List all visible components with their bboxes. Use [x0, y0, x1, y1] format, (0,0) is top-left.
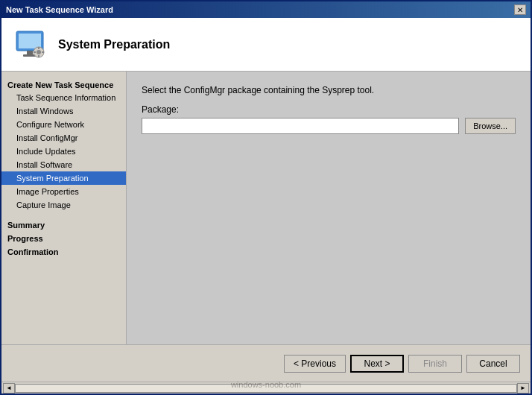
previous-button[interactable]: < Previous	[284, 355, 346, 373]
finish-button[interactable]: Finish	[408, 355, 462, 373]
package-field-row: Browse...	[142, 118, 516, 134]
cancel-button[interactable]: Cancel	[466, 355, 520, 373]
svg-rect-2	[27, 51, 33, 54]
nav-item-install-software[interactable]: Install Software	[1, 158, 126, 171]
package-input[interactable]	[142, 118, 459, 134]
nav-item-system-preparation[interactable]: System Preparation	[1, 171, 126, 185]
header-icon	[12, 27, 48, 63]
main-body: Create New Task Sequence Task Sequence I…	[1, 72, 531, 344]
nav-item-confirmation[interactable]: Confirmation	[1, 244, 126, 258]
window-title: New Task Sequence Wizard	[6, 5, 113, 14]
nav-item-include-updates[interactable]: Include Updates	[1, 145, 126, 158]
header-banner: System Preparation	[1, 18, 531, 72]
nav-item-install-windows[interactable]: Install Windows	[1, 104, 126, 118]
footer: < Previous Next > Finish Cancel	[1, 344, 531, 382]
bottom-scrollbar: ◄ ►	[1, 382, 531, 394]
content-area: Select the ConfigMgr package containing …	[127, 72, 531, 344]
svg-rect-1	[19, 34, 41, 48]
left-nav: Create New Task Sequence Task Sequence I…	[1, 72, 127, 344]
scroll-track[interactable]	[15, 384, 517, 393]
close-button[interactable]: ✕	[514, 4, 526, 15]
nav-item-install-configmgr[interactable]: Install ConfigMgr	[1, 131, 126, 145]
nav-item-image-properties[interactable]: Image Properties	[1, 185, 126, 198]
svg-point-5	[37, 50, 41, 54]
next-button[interactable]: Next >	[350, 355, 404, 373]
content-description: Select the ConfigMgr package containing …	[142, 85, 516, 95]
nav-item-capture-image[interactable]: Capture Image	[1, 198, 126, 212]
svg-rect-8	[34, 51, 36, 53]
nav-section-label: Create New Task Sequence	[1, 78, 126, 91]
nav-item-progress[interactable]: Progress	[1, 231, 126, 244]
svg-rect-7	[38, 55, 39, 57]
title-bar: New Task Sequence Wizard ✕	[1, 1, 531, 18]
svg-rect-9	[42, 51, 44, 53]
nav-item-configure-network[interactable]: Configure Network	[1, 118, 126, 131]
scroll-left-arrow[interactable]: ◄	[3, 383, 15, 394]
scroll-right-arrow[interactable]: ►	[517, 383, 529, 394]
nav-item-task-sequence-information[interactable]: Task Sequence Information	[1, 91, 126, 104]
nav-item-summary[interactable]: Summary	[1, 218, 126, 231]
computer-setup-icon	[12, 27, 48, 63]
browse-button[interactable]: Browse...	[465, 118, 516, 134]
wizard-window: New Task Sequence Wizard ✕	[0, 0, 532, 395]
header-title: System Preparation	[58, 38, 170, 51]
package-label: Package:	[142, 104, 516, 115]
svg-rect-6	[38, 47, 39, 49]
